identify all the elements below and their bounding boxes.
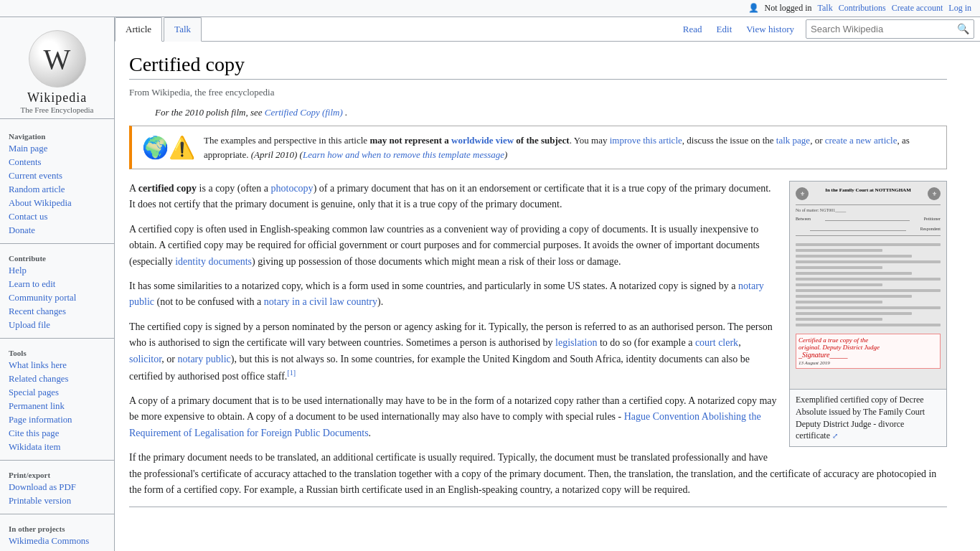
sidebar-item-wikidata-item[interactable]: Wikidata item [0,441,114,454]
globe-warning-icon: 🌍⚠️ [142,135,195,160]
sidebar-item-community-portal[interactable]: Community portal [0,291,114,305]
warning-bold: may not represent a worldwide view of th… [369,135,569,146]
solicitor-link[interactable]: solicitor [129,354,161,364]
nav-section: Navigation Main page Contents Current ev… [0,125,114,244]
notary-civil-link[interactable]: notary in a civil law country [264,296,377,307]
sidebar-item-printable-version[interactable]: Printable version [0,494,114,508]
tab-bar: Article Talk Read Edit View history 🔍 [115,17,980,42]
sidebar-item-upload-file[interactable]: Upload file [0,319,114,332]
sidebar-item-current-events[interactable]: Current events [0,169,114,183]
hatnote-end: . [345,107,347,118]
warning-icon-area: 🌍⚠️ [142,133,195,161]
content-area: Article Talk Read Edit View history 🔍 Ce… [115,17,980,551]
hague-convention-link[interactable]: Hague Convention Abolishing the Requirem… [129,411,761,438]
learn-remove-link[interactable]: Learn how and when to remove this templa… [303,149,504,160]
sidebar-item-contents[interactable]: Contents [0,156,114,169]
tab-read[interactable]: Read [680,18,705,41]
worldwide-view-link[interactable]: worldwide view [451,135,514,146]
sidebar-item-permanent-link[interactable]: Permanent link [0,400,114,413]
sidebar-item-random-article[interactable]: Random article [0,183,114,197]
contribute-section: Contribute Help Learn to edit Community … [0,247,114,339]
doc-crest-left: ⚜ [796,187,809,200]
sidebar: Wikipedia The Free Encyclopedia Navigati… [0,17,115,551]
sidebar-item-special-pages[interactable]: Special pages [0,386,114,400]
sidebar-item-what-links-here[interactable]: What links here [0,359,114,372]
certified-copy-bold: certified copy [138,183,197,194]
warning-date: (April 2010) [251,149,298,160]
infobox-caption: Exemplified certified copy of Decree Abs… [790,390,946,446]
doc-title-area: In the Family Court at NOTTINGHAM [809,187,928,193]
sidebar-item-contact-us[interactable]: Contact us [0,210,114,224]
print-section: Print/export Download as PDF Printable v… [0,463,114,514]
talk-page-link[interactable]: talk page [776,135,810,146]
tools-section: Tools What links here Related changes Sp… [0,342,114,461]
tab-article[interactable]: Article [115,17,162,42]
sidebar-item-donate[interactable]: Donate [0,224,114,237]
logo-area: Wikipedia The Free Encyclopedia [0,23,114,119]
sidebar-item-cite-this-page[interactable]: Cite this page [0,427,114,441]
hatnote-text: For the 2010 polish film, see [155,107,265,118]
infobox-caption-text: Exemplified certified copy of Decree Abs… [796,395,925,441]
tab-talk[interactable]: Talk [164,17,202,42]
wiki-title: Wikipedia [0,90,114,105]
hatnote-link[interactable]: Certified Copy (film) [265,107,343,118]
sidebar-item-main-page[interactable]: Main page [0,142,114,156]
other-section: In other projects Wikimedia Commons [0,517,114,551]
footnote-1: [1] [287,369,296,377]
sidebar-item-help[interactable]: Help [0,264,114,278]
doc-crest-right: ⚜ [928,187,941,200]
warning-date: (Learn how and when to remove this templ… [300,149,508,160]
wiki-subtitle: The Free Encyclopedia [0,105,114,114]
section-divider [129,507,947,507]
court-clerk-link[interactable]: court clerk [695,337,738,348]
other-heading: In other projects [0,520,114,534]
photocopy-link[interactable]: photocopy [271,183,314,194]
page-title: Certified copy [129,53,947,80]
search-box: 🔍 [806,19,974,39]
print-heading: Print/export [0,466,114,481]
create-article-link[interactable]: create a new article [825,135,897,146]
sidebar-item-recent-changes[interactable]: Recent changes [0,305,114,319]
improve-article-link[interactable]: improve this article [610,135,682,146]
infobox: ⚜ In the Family Court at NOTTINGHAM ⚜ No… [789,181,947,447]
sidebar-item-learn-to-edit[interactable]: Learn to edit [0,278,114,291]
footnote-1-link[interactable]: [1] [287,369,296,377]
navigation-heading: Navigation [0,128,114,142]
warning-box: 🌍⚠️ The examples and perspective in this… [129,126,947,169]
layout: Wikipedia The Free Encyclopedia Navigati… [0,17,980,551]
search-input[interactable] [811,24,954,34]
paragraph-6: If the primary document needs to be tran… [129,450,947,498]
contribute-heading: Contribute [0,250,114,264]
identity-documents-link[interactable]: identity documents [175,256,252,267]
sidebar-item-page-information[interactable]: Page information [0,413,114,427]
tab-view-history[interactable]: View history [743,18,797,41]
tab-edit[interactable]: Edit [714,18,735,41]
sidebar-item-related-changes[interactable]: Related changes [0,372,114,386]
notary-public-link2[interactable]: notary public [178,354,231,364]
sidebar-item-about-wikipedia[interactable]: About Wikipedia [0,197,114,210]
from-wiki-text: From Wikipedia, the free encyclopedia [129,87,947,98]
notary-public-link[interactable]: notary public [129,281,764,307]
infobox-image: ⚜ In the Family Court at NOTTINGHAM ⚜ No… [790,182,946,390]
tab-left: Article Talk [115,17,203,41]
tab-right: Read Edit View history 🔍 [674,17,980,41]
contributions-link[interactable]: Contributions [839,3,886,14]
hatnote: For the 2010 polish film, see Certified … [155,107,947,118]
create-account-link[interactable]: Create account [892,3,943,14]
wikipedia-logo [29,30,86,88]
top-bar: 👤 Not logged in Talk Contributions Creat… [0,0,980,17]
sidebar-item-download-pdf[interactable]: Download as PDF [0,481,114,494]
user-icon: 👤 [748,3,759,14]
log-in-link[interactable]: Log in [948,3,971,14]
expand-icon[interactable]: ⤢ [832,432,838,440]
sidebar-item-wikimedia-commons[interactable]: Wikimedia Commons [0,534,114,548]
search-icon[interactable]: 🔍 [957,23,969,35]
talk-link[interactable]: Talk [818,3,833,14]
document-visual: ⚜ In the Family Court at NOTTINGHAM ⚜ No… [790,182,946,389]
warning-text: The examples and perspective in this art… [204,133,936,161]
page-content: Certified copy From Wikipedia, the free … [115,42,961,527]
not-logged-in-text: Not logged in [765,3,812,14]
tools-heading: Tools [0,344,114,359]
legislation-link[interactable]: legislation [555,337,597,348]
